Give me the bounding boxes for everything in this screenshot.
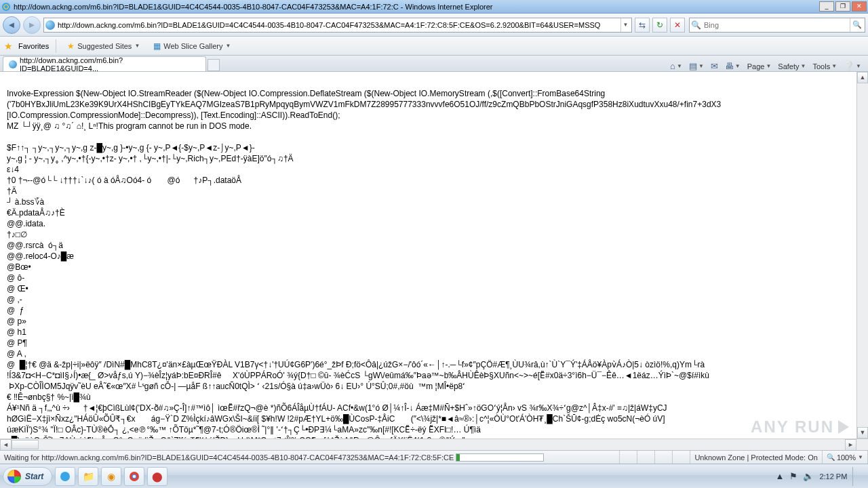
star-icon: ★ [67, 41, 75, 51]
status-bar: Waiting for http://down.ackng.com/m6.bin… [0, 450, 868, 464]
tab-title: http://down.ackng.com/m6.bin?ID=BLADE1&G… [20, 56, 200, 73]
separator [56, 39, 56, 53]
stop-button[interactable]: ✕ [670, 18, 685, 33]
scroll-right-button[interactable]: ► [845, 439, 856, 450]
favorites-star-icon[interactable]: ★ [4, 41, 13, 52]
scroll-thumb[interactable] [12, 440, 39, 449]
read-mail-button[interactable]: ✉ [711, 61, 718, 71]
play-icon [838, 420, 849, 434]
url-dropdown-icon[interactable]: ▼ [620, 18, 630, 32]
svg-point-4 [133, 474, 136, 478]
windows-taskbar: Start 📁 ◉ ⬤ ▲ ⚑ 🔈 2:12 PM [0, 464, 868, 488]
taskbar-media-button[interactable]: ◉ [101, 467, 121, 486]
security-zone: Unknown Zone | Protected Mode: On [690, 451, 822, 464]
window-title: http://down.ackng.com/m6.bin?ID=BLADE1&G… [14, 3, 818, 11]
minimize-button[interactable]: _ [819, 1, 834, 12]
tray-icon[interactable]: ▲ [776, 471, 785, 481]
help-button[interactable]: ❔▼ [844, 61, 861, 71]
web-slice-link[interactable]: ▦ Web Slice Gallery ▼ [149, 40, 235, 52]
url-input[interactable] [58, 21, 620, 29]
page-content: Invoke-Expression $(New-Object IO.Stream… [0, 72, 868, 450]
rss-icon: ▤ [689, 61, 697, 71]
mail-icon: ✉ [711, 61, 718, 71]
tools-menu[interactable]: Tools ▼ [812, 62, 837, 70]
search-go-button[interactable]: 🔍 [850, 18, 863, 32]
address-bar[interactable]: ▼ [43, 18, 632, 33]
tab-strip: http://down.ackng.com/m6.bin?ID=BLADE1&G… [0, 56, 868, 72]
taskbar-chrome-button[interactable] [124, 467, 144, 486]
scroll-left-button[interactable]: ◄ [0, 439, 12, 450]
printer-icon: 🖶 [725, 61, 734, 71]
taskbar-ie-button[interactable] [55, 467, 75, 486]
system-tray[interactable]: ▲ ⚑ 🔈 2:12 PM [776, 467, 865, 486]
status-text: Waiting for http://down.ackng.com/m6.bin… [0, 451, 620, 464]
home-icon: ⌂ [670, 61, 675, 71]
back-button[interactable]: ◄ [3, 16, 20, 34]
scroll-up-button[interactable]: ▲ [857, 72, 868, 83]
search-box[interactable]: 🔍 🔍 [689, 18, 865, 33]
progress-bar [456, 453, 544, 462]
ie-icon [1, 2, 11, 12]
forward-button[interactable]: ► [23, 16, 41, 34]
maximize-button[interactable]: ❐ [835, 1, 850, 12]
window-titlebar: http://down.ackng.com/m6.bin?ID=BLADE1&G… [0, 0, 868, 14]
print-button[interactable]: 🖶▼ [725, 61, 741, 71]
feeds-button[interactable]: ▤▼ [689, 61, 704, 71]
page-icon: ▦ [153, 41, 161, 51]
help-icon: ❔ [844, 61, 854, 71]
favorites-label[interactable]: Favorites [18, 42, 49, 50]
svg-point-1 [60, 472, 70, 481]
horizontal-scrollbar[interactable]: ◄► [0, 439, 868, 450]
globe-icon [45, 20, 55, 30]
new-tab-button[interactable] [208, 59, 220, 71]
compatibility-button[interactable]: ⇆ [635, 18, 650, 33]
taskbar-explorer-button[interactable]: 📁 [78, 467, 98, 486]
vertical-scrollbar[interactable]: ▲▼ [856, 72, 868, 450]
globe-icon [9, 60, 17, 68]
refresh-button[interactable]: ↻ [652, 18, 667, 33]
zoom-control[interactable]: 🔍 100% ▼ [823, 451, 868, 464]
start-button[interactable]: Start [3, 467, 52, 486]
browser-tab[interactable]: http://down.ackng.com/m6.bin?ID=BLADE1&G… [3, 56, 206, 71]
favorites-bar: ★ Favorites ★ Suggested Sites ▼ ▦ Web Sl… [0, 37, 868, 56]
chevron-down-icon: ▼ [226, 43, 231, 49]
clock[interactable]: 2:12 PM [819, 472, 847, 481]
show-desktop[interactable] [852, 467, 860, 486]
volume-icon[interactable]: 🔈 [803, 471, 814, 481]
navigation-bar: ◄ ► ▼ ⇆ ↻ ✕ 🔍 🔍 [0, 14, 868, 37]
chevron-down-icon: ▼ [134, 43, 140, 49]
raw-text: Invoke-Expression $(New-Object IO.Stream… [7, 88, 861, 446]
command-bar: ⌂▼ ▤▼ ✉ 🖶▼ Page ▼ Safety ▼ Tools ▼ ❔▼ [670, 61, 861, 71]
suggested-sites-link[interactable]: ★ Suggested Sites ▼ [63, 40, 144, 52]
scroll-down-button[interactable]: ▼ [857, 427, 868, 439]
anyrun-watermark: ANY RUN [751, 420, 849, 434]
page-menu[interactable]: Page ▼ [747, 62, 772, 70]
action-center-icon[interactable]: ⚑ [789, 471, 797, 481]
home-button[interactable]: ⌂▼ [670, 61, 682, 71]
svg-point-0 [2, 2, 10, 10]
search-input[interactable] [704, 21, 850, 29]
close-button[interactable]: ✕ [852, 1, 867, 12]
safety-menu[interactable]: Safety ▼ [778, 62, 806, 70]
windows-orb-icon [7, 470, 21, 483]
search-icon: 🔍 [691, 20, 701, 30]
taskbar-app-button[interactable]: ⬤ [147, 467, 167, 486]
